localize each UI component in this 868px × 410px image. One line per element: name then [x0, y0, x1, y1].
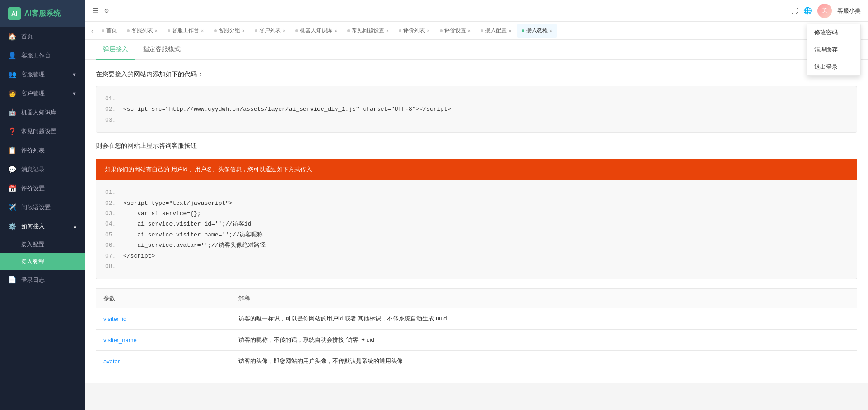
sidebar: AI AI客服系统 🏠 首页 👤 客服工作台 👥 客服管理 ▼ 🧑 客户管理 ▼…	[0, 0, 85, 410]
agent-mgmt-arrow: ▼	[72, 72, 77, 77]
sidebar-item-faq[interactable]: ❓ 常见问题设置	[0, 122, 85, 141]
sidebar-item-login-log-label: 登录日志	[21, 276, 45, 284]
tab-rating-settings-close[interactable]: ×	[468, 28, 471, 33]
code-num-2-7: 07.	[105, 251, 116, 261]
param-desc-visiter-id: 访客的唯一标识，可以是你网站的用户id 或者 其他标识，不传系统自动生成 uui…	[231, 308, 857, 330]
tab-faq-dot	[347, 29, 350, 32]
code-num-2-5: 05.	[105, 230, 116, 240]
code-line-2-8: 08.	[105, 261, 848, 272]
sidebar-item-how-to-integrate[interactable]: ⚙️ 如何接入 ∧	[0, 217, 85, 236]
param-section: 参数 解释 visiter_id 访客的唯一标识，可以是你网站的用户id 或者 …	[96, 288, 857, 372]
param-name-visiter-name: visiter_name	[103, 337, 137, 344]
dropdown-clear-cache[interactable]: 清理缓存	[807, 41, 860, 58]
tab-integration-tutorial-label: 接入教程	[526, 27, 548, 34]
sidebar-item-agent-mgmt[interactable]: 👥 客服管理 ▼	[0, 65, 85, 84]
sidebar-item-rating-settings[interactable]: 📅 评价设置	[0, 179, 85, 198]
dropdown-change-password[interactable]: 修改密码	[807, 24, 860, 41]
tab-customer-list-close[interactable]: ×	[283, 28, 285, 33]
tab-faq-label: 常见问题设置	[352, 27, 384, 34]
username-label[interactable]: 客服小美	[837, 7, 861, 15]
sidebar-item-workspace[interactable]: 👤 客服工作台	[0, 46, 85, 65]
code-num-1-1: 01.	[105, 94, 116, 104]
menu-toggle-icon[interactable]: ☰	[92, 6, 98, 15]
tab-integration-tutorial-close[interactable]: ×	[550, 28, 552, 33]
top-header: ☰ ↻ ⛶ 🌐 美 客服小美	[85, 0, 868, 22]
sidebar-item-rating-list[interactable]: 📋 评价列表	[0, 141, 85, 160]
sidebar-item-robot-kb[interactable]: 🤖 机器人知识库	[0, 103, 85, 122]
tab-faq[interactable]: 常见问题设置 ×	[343, 24, 393, 38]
tab-integration-config-dot	[481, 29, 483, 32]
sidebar-item-messages[interactable]: 💬 消息记录	[0, 160, 85, 179]
tab-integration-config-close[interactable]: ×	[509, 28, 511, 33]
tab-rating-list-label: 评价列表	[403, 27, 425, 34]
how-to-integrate-icon: ⚙️	[8, 222, 17, 231]
code-line-2-3: 03. var ai_service={};	[105, 208, 848, 219]
sidebar-item-quick-reply[interactable]: ✈️ 问候语设置	[0, 198, 85, 217]
code-content-2-3: var ai_service={};	[123, 208, 201, 219]
sidebar-item-login-log[interactable]: 📄 登录日志	[0, 270, 85, 289]
agent-mgmt-icon: 👥	[8, 71, 17, 79]
intro-text: 在您要接入的网站内添加如下的代码：	[96, 71, 857, 79]
tab-integration-config[interactable]: 接入配置 ×	[476, 24, 516, 38]
customer-mgmt-icon: 🧑	[8, 90, 17, 98]
tab-rating-list-dot	[399, 29, 401, 32]
code-block-1: 01. 02. <script src="http://www.cyydwh.c…	[96, 86, 857, 133]
tab-integration-tutorial-dot	[522, 29, 524, 32]
tab-robot-kb-label: 机器人知识库	[300, 27, 332, 34]
sidebar-sub-integration-tutorial[interactable]: 接入教程	[0, 253, 85, 270]
tab-home[interactable]: 首页	[97, 24, 121, 38]
tab-rating-list[interactable]: 评价列表 ×	[394, 24, 434, 38]
tab-workspace-label: 客服工作台	[172, 27, 199, 34]
tab-robot-kb[interactable]: 机器人知识库 ×	[291, 24, 341, 38]
tab-group-dot	[214, 29, 217, 32]
dropdown-menu: 修改密码 清理缓存 退出登录	[807, 24, 861, 76]
tab-group-close[interactable]: ×	[242, 28, 245, 33]
alert-text: 如果你们的网站有自己的 用户id 、用户名、头像信息，您可以通过如下方式传入	[105, 166, 312, 173]
tab-group[interactable]: 客服分组 ×	[210, 24, 249, 38]
fullscreen-icon[interactable]: ⛶	[791, 7, 798, 14]
tab-rating-list-close[interactable]: ×	[427, 28, 429, 33]
sub-tab-agent-mode[interactable]: 指定客服模式	[135, 40, 188, 60]
footer-area	[85, 383, 868, 410]
code-num-2-3: 03.	[105, 208, 116, 219]
code-content-1-2: <script src="http://www.cyydwh.cn/assets…	[123, 104, 451, 114]
tab-bar: ‹ 首页 客服列表 × 客服工作台 × 客服分组 × 客户列表 × 机器人知识库	[85, 22, 868, 40]
sidebar-item-customer-mgmt[interactable]: 🧑 客户管理 ▼	[0, 84, 85, 103]
code-content-2-5: ai_service.visiter_name='';//访客昵称	[123, 230, 263, 240]
tab-workspace[interactable]: 客服工作台 ×	[163, 24, 208, 38]
sidebar-logo: AI AI客服系统	[0, 0, 85, 27]
param-table-header-param: 参数	[96, 289, 231, 308]
home-icon: 🏠	[8, 33, 17, 41]
table-row: visiter_id 访客的唯一标识，可以是你网站的用户id 或者 其他标识，不…	[96, 308, 857, 330]
rating-list-icon: 📋	[8, 146, 17, 155]
tab-customer-list[interactable]: 客户列表 ×	[250, 24, 290, 38]
sub-tab-popup-label: 弹层接入	[103, 45, 128, 52]
tab-integration-tutorial[interactable]: 接入教程 ×	[517, 24, 557, 38]
code-line-1-3: 03.	[105, 115, 848, 125]
tab-agent-list-close[interactable]: ×	[155, 28, 158, 33]
site-text: 则会在您的网站上显示咨询客服按钮	[96, 142, 857, 150]
tab-workspace-close[interactable]: ×	[201, 28, 204, 33]
sidebar-sub-integration-config[interactable]: 接入配置	[0, 236, 85, 253]
refresh-icon[interactable]: ↻	[104, 7, 109, 14]
robot-kb-icon: 🤖	[8, 108, 17, 117]
avatar: 美	[817, 4, 832, 18]
code-line-1-2: 02. <script src="http://www.cyydwh.cn/as…	[105, 104, 848, 114]
tab-customer-list-label: 客户列表	[259, 27, 281, 34]
tab-nav-left[interactable]: ‹	[89, 27, 96, 34]
globe-icon[interactable]: 🌐	[803, 7, 812, 15]
tab-faq-close[interactable]: ×	[386, 28, 389, 33]
tab-agent-list[interactable]: 客服列表 ×	[122, 24, 162, 38]
tab-workspace-dot	[168, 29, 170, 32]
tab-rating-settings[interactable]: 评价设置 ×	[435, 24, 475, 38]
sub-tab-popup[interactable]: 弹层接入	[96, 40, 135, 60]
sidebar-item-home[interactable]: 🏠 首页	[0, 27, 85, 46]
param-name-avatar: avatar	[103, 358, 120, 365]
tab-group-label: 客服分组	[219, 27, 240, 34]
tab-robot-kb-close[interactable]: ×	[334, 28, 337, 33]
tab-agent-list-label: 客服列表	[131, 27, 153, 34]
dropdown-logout[interactable]: 退出登录	[807, 58, 860, 75]
sidebar-item-home-label: 首页	[21, 33, 33, 41]
code-line-2-7: 07. </script>	[105, 251, 848, 261]
sidebar-item-how-to-integrate-label: 如何接入	[21, 222, 45, 231]
